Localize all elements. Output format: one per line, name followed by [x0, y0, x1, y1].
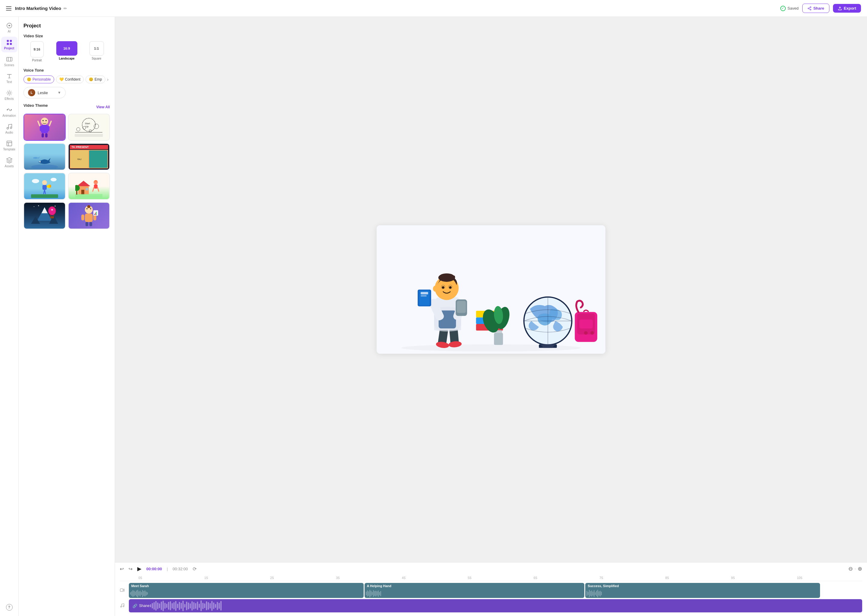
redo-button[interactable]: ↪: [129, 566, 132, 572]
size-label-landscape: Landscape: [59, 57, 74, 60]
text-icon: [6, 73, 13, 79]
ruler-5s: 5S: [467, 576, 533, 580]
video-clip-2[interactable]: A Helping Hand: [364, 583, 585, 598]
narrator-selector[interactable]: L Leslie ▼: [24, 87, 66, 98]
size-option-portrait[interactable]: 9:16 Portrait: [24, 41, 50, 62]
theme-ocean-illustration: [30, 150, 60, 168]
scenes-icon: [6, 56, 13, 63]
svg-line-27: [38, 121, 40, 126]
svg-point-63: [55, 206, 55, 207]
svg-line-28: [49, 121, 51, 126]
nav-animation-label: Animation: [2, 114, 16, 117]
ai-icon: [6, 22, 13, 29]
theme-card-character[interactable]: [68, 202, 110, 229]
svg-rect-78: [85, 222, 88, 226]
svg-rect-119: [421, 292, 428, 294]
svg-point-107: [584, 331, 588, 335]
nav-template-label: Template: [3, 148, 15, 151]
svg-point-14: [7, 110, 8, 110]
audio-track-row: 🔗 Shane: [120, 599, 862, 612]
theme-card-garden[interactable]: [68, 173, 110, 200]
topbar-right: ✓ Saved Share Export: [780, 4, 861, 13]
theme-card-pink[interactable]: [24, 114, 66, 141]
svg-rect-9: [9, 40, 11, 42]
nav-bottom: ?: [1, 602, 17, 613]
nav-project-label: Project: [4, 47, 14, 50]
theme-card-cartoon[interactable]: [24, 173, 66, 200]
tone-chip-empathetic[interactable]: 😊 Emp: [85, 75, 106, 83]
tone-next-arrow[interactable]: ›: [107, 77, 109, 82]
menu-button[interactable]: [6, 6, 11, 11]
edit-title-icon[interactable]: ✏: [63, 6, 67, 11]
sidebar-item-assets[interactable]: Assets: [1, 155, 17, 170]
project-title: Intro Marketing Video: [15, 6, 61, 11]
zoom-out-button[interactable]: ⊖: [848, 566, 853, 572]
size-box-916[interactable]: 9:16: [30, 41, 44, 57]
timeline-area: 0S 1S 2S 3S 4S 5S 6S 7S 8S 9S 10S: [115, 575, 867, 616]
audio-waveform: [129, 599, 862, 612]
undo-button[interactable]: ↩: [120, 566, 124, 572]
icon-nav: AI Project Scenes Text: [0, 17, 19, 616]
title-row: Intro Marketing Video ✏: [15, 6, 67, 11]
theme-card-sketch[interactable]: Start Up: [68, 114, 110, 141]
theme-card-colorful[interactable]: TK PRESENT RAJ: [68, 143, 110, 170]
svg-point-2: [810, 9, 811, 10]
video-clips-track: Meet Sarah A Helping Hand Success, Simpl…: [129, 583, 862, 598]
project-icon: [6, 39, 13, 46]
video-clip-3[interactable]: Success, Simplified: [585, 583, 820, 598]
sidebar-item-template[interactable]: Template: [1, 138, 17, 153]
size-option-landscape[interactable]: 16:9 Landscape: [53, 41, 80, 62]
size-box-11[interactable]: 1:1: [90, 41, 104, 56]
sidebar-item-animation[interactable]: Animation: [1, 104, 17, 120]
sidebar-item-scenes[interactable]: Scenes: [1, 53, 17, 69]
theme-sketch-illustration: Start Up: [72, 116, 106, 139]
size-box-169[interactable]: 16:9: [56, 41, 77, 56]
clip-3-label: Success, Simplified: [588, 584, 619, 588]
video-clip-1[interactable]: Meet Sarah: [129, 583, 364, 598]
svg-point-60: [34, 206, 34, 207]
svg-rect-54: [94, 184, 98, 189]
share-button[interactable]: Share: [802, 4, 829, 13]
svg-rect-120: [421, 295, 427, 296]
sidebar-item-project[interactable]: Project: [1, 37, 17, 52]
sidebar-title: Project: [24, 23, 110, 29]
theme-card-mountain[interactable]: [24, 202, 66, 229]
theme-character-illustration: [78, 204, 99, 228]
svg-point-47: [49, 185, 51, 188]
svg-rect-83: [94, 214, 95, 215]
sidebar-item-ai[interactable]: AI: [1, 20, 17, 36]
canvas-frame: [377, 225, 605, 354]
svg-point-25: [43, 120, 44, 121]
export-button[interactable]: Export: [833, 4, 861, 13]
nav-scenes-label: Scenes: [4, 63, 14, 67]
size-option-square[interactable]: 1:1 Square: [83, 41, 110, 62]
sidebar-item-text[interactable]: Text: [1, 71, 17, 86]
audio-clip[interactable]: 🔗 Shane: [129, 599, 862, 612]
topbar-left: Intro Marketing Video ✏: [6, 6, 67, 11]
svg-point-26: [46, 120, 47, 121]
canvas-preview: [115, 17, 867, 562]
sidebar-item-effects[interactable]: Effects: [1, 87, 17, 103]
tone-chip-confident[interactable]: 💛 Confident: [56, 75, 84, 83]
sidebar-item-audio[interactable]: Audio: [1, 121, 17, 137]
zoom-in-button[interactable]: ⊕: [858, 566, 862, 572]
zoom-controls: ⊖ - ⊕: [848, 566, 862, 572]
template-icon: [6, 140, 13, 147]
view-all-button[interactable]: View All: [96, 105, 110, 109]
tone-chip-personable[interactable]: 🙂 Personable: [24, 75, 54, 83]
svg-rect-88: [377, 225, 605, 354]
svg-rect-37: [75, 134, 103, 137]
loop-button[interactable]: ⟳: [193, 566, 197, 572]
play-button[interactable]: ▶: [137, 566, 142, 572]
clip-3-waveform: [585, 589, 820, 598]
music-icon: [120, 603, 125, 608]
video-track-row: Meet Sarah A Helping Hand Success, Simpl…: [120, 583, 862, 598]
video-track-icon: [120, 588, 127, 594]
help-button[interactable]: ?: [1, 602, 17, 613]
svg-point-16: [6, 127, 8, 129]
ruler-8s: 8S: [665, 576, 731, 580]
size-ratio-169: 16:9: [63, 47, 70, 50]
theme-card-ocean[interactable]: [24, 143, 66, 170]
svg-rect-10: [6, 43, 8, 45]
clip-2-waveform: [364, 589, 585, 598]
